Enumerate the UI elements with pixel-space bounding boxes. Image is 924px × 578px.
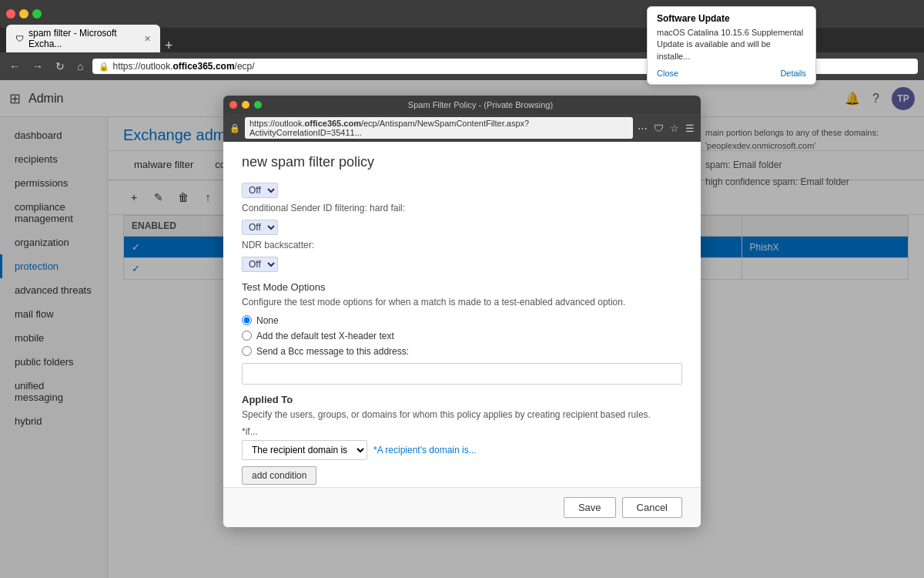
inner-addr-actions: ⋯ 🛡 ☆ ☰ bbox=[638, 123, 695, 134]
sw-update-title: Software Update bbox=[657, 13, 730, 24]
reload-button[interactable]: ↻ bbox=[52, 59, 68, 74]
if-label: *if... bbox=[242, 426, 682, 437]
toggle-row-ndr: Off On bbox=[242, 220, 682, 235]
home-button[interactable]: ⌂ bbox=[74, 59, 86, 74]
radio-bcc-label: Send a Bcc message to this address: bbox=[256, 346, 409, 357]
radio-bcc-input[interactable] bbox=[242, 346, 252, 356]
lock-icon: 🔒 bbox=[99, 62, 109, 72]
modal-footer: Save Cancel bbox=[223, 487, 701, 527]
expand-traffic-light[interactable] bbox=[32, 9, 42, 18]
add-condition-container: add condition bbox=[242, 466, 682, 485]
conditional-label: Conditional Sender ID filtering: hard fa… bbox=[242, 203, 682, 213]
test-mode-title: Test Mode Options bbox=[242, 281, 682, 293]
inner-address-value: https://outlook.office365.com/ecp/Antisp… bbox=[249, 119, 628, 137]
inner-address-text[interactable]: https://outlook.office365.com/ecp/Antisp… bbox=[245, 117, 633, 139]
radio-xheader[interactable]: Add the default test X-header text bbox=[242, 331, 682, 341]
radio-bcc[interactable]: Send a Bcc message to this address: bbox=[242, 346, 682, 357]
modal-overlay: Spam Filter Policy - (Private Browsing) … bbox=[108, 117, 924, 578]
active-tab[interactable]: 🛡 spam filter - Microsoft Excha... ✕ bbox=[6, 25, 160, 52]
ndr-label: NDR backscatter: bbox=[242, 240, 682, 250]
traffic-lights bbox=[6, 9, 42, 18]
condition-row: The recipient domain is *A recipient's d… bbox=[242, 440, 682, 460]
sw-update-close-button[interactable]: Close bbox=[657, 69, 678, 78]
applied-to-title: Applied To bbox=[242, 394, 682, 405]
radio-none-label: None bbox=[256, 315, 279, 326]
extra-select[interactable]: Off On bbox=[242, 257, 278, 272]
add-condition-button[interactable]: add condition bbox=[242, 466, 316, 485]
inner-star-icon[interactable]: ☆ bbox=[670, 123, 679, 134]
forward-button[interactable]: → bbox=[29, 59, 46, 74]
inner-hamburger-icon[interactable]: ☰ bbox=[685, 123, 695, 134]
applied-to-desc: Specify the users, groups, or domains fo… bbox=[242, 408, 682, 422]
main-layout: dashboard recipients permissions complia… bbox=[0, 117, 924, 578]
inner-shield-icon[interactable]: 🛡 bbox=[654, 123, 664, 134]
sw-update-details-button[interactable]: Details bbox=[780, 69, 806, 78]
tab-favicon: 🛡 bbox=[15, 34, 24, 43]
inner-address-bar: 🔒 https://outlook.office365.com/ecp/Anti… bbox=[223, 117, 701, 142]
radio-group-test-mode: None Add the default test X-header text … bbox=[242, 315, 682, 357]
ndr-select[interactable]: Off On bbox=[242, 220, 278, 235]
close-traffic-light[interactable] bbox=[6, 9, 15, 18]
sw-update-body: macOS Catalina 10.15.6 Supplemental Upda… bbox=[657, 27, 806, 62]
software-update-notification: Software Update macOS Catalina 10.15.6 S… bbox=[647, 6, 816, 85]
radio-xheader-input[interactable] bbox=[242, 331, 252, 341]
condition-select[interactable]: The recipient domain is bbox=[242, 440, 367, 460]
condition-link[interactable]: *A recipient's domain is... bbox=[373, 445, 477, 455]
inner-lock-icon: 🔒 bbox=[229, 123, 240, 133]
conditional-select[interactable]: Off On bbox=[242, 183, 278, 198]
tab-close-icon[interactable]: ✕ bbox=[144, 34, 151, 44]
test-mode-desc: Configure the test mode options for when… bbox=[242, 296, 682, 309]
toggle-row-conditional: Off On bbox=[242, 183, 682, 198]
content-area: Exchange admin center malware filter con… bbox=[108, 117, 924, 578]
modal-title: new spam filter policy bbox=[242, 154, 682, 170]
tab-title: spam filter - Microsoft Excha... bbox=[28, 28, 136, 49]
toggle-row-extra: Off On bbox=[242, 257, 682, 272]
inner-browser-window: Spam Filter Policy - (Private Browsing) … bbox=[223, 117, 701, 527]
cancel-button[interactable]: Cancel bbox=[622, 497, 682, 518]
radio-none[interactable]: None bbox=[242, 315, 682, 326]
address-text: https://outlook.office365.com/ecp/ bbox=[112, 61, 254, 72]
bcc-address-input[interactable] bbox=[242, 363, 682, 385]
radio-none-input[interactable] bbox=[242, 315, 252, 325]
inner-menu-icon[interactable]: ⋯ bbox=[638, 123, 648, 134]
back-button[interactable]: ← bbox=[6, 59, 23, 74]
radio-xheader-label: Add the default test X-header text bbox=[256, 331, 394, 341]
minimize-traffic-light[interactable] bbox=[19, 9, 28, 18]
save-button[interactable]: Save bbox=[564, 497, 616, 518]
new-tab-button[interactable]: + bbox=[165, 39, 173, 52]
modal-content: new spam filter policy Off On Conditiona… bbox=[223, 142, 701, 487]
